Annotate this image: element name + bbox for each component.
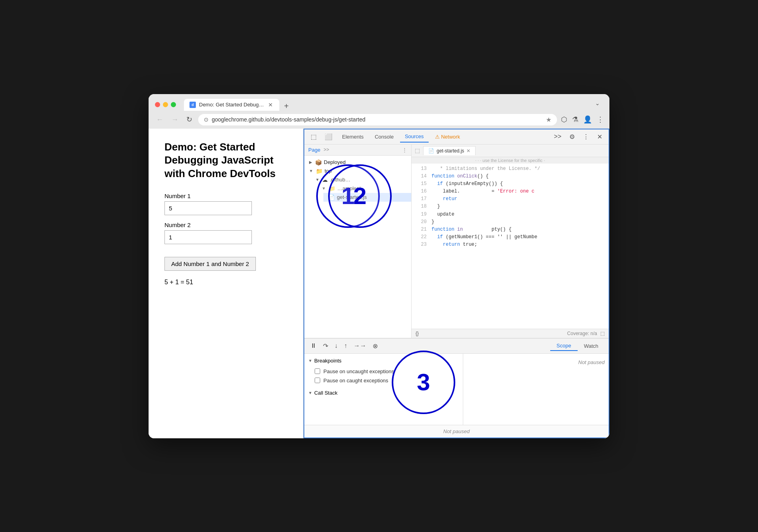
menu-icon[interactable]: ⋮ [597, 115, 604, 124]
page-title: Demo: Get Started Debugging JavaScript w… [164, 141, 287, 181]
number2-label: Number 2 [164, 222, 287, 228]
code-line-16: 16 label. = 'Error: one c [412, 188, 609, 195]
browser-tab-active[interactable]: d Demo: Get Started Debuggin… ✕ [184, 99, 279, 111]
settings-button[interactable]: ⚙ [566, 131, 578, 142]
result-text: 5 + 1 = 51 [164, 279, 287, 286]
step-button[interactable]: →→ [352, 341, 368, 350]
code-line-18: 18 } [412, 203, 609, 210]
file-tree-body: ▶ 📦 Deployed ▼ 📁 top ▼ ☁ [304, 156, 411, 204]
tree-item-deployed[interactable]: ▶ 📦 Deployed [304, 158, 411, 167]
number2-input[interactable] [164, 230, 252, 244]
minimize-traffic-light[interactable] [163, 102, 168, 107]
tab-favicon: d [190, 102, 196, 108]
deactivate-breakpoints-button[interactable]: ⊗ [371, 341, 380, 351]
code-file-tab[interactable]: 📄 get-started.js ✕ [423, 146, 476, 155]
tab-close-button[interactable]: ✕ [267, 102, 274, 108]
labs-icon[interactable]: ⚗ [572, 115, 578, 124]
code-footer: {} Coverage: n/a ⬚ [412, 329, 609, 338]
maximize-traffic-light[interactable] [171, 102, 176, 107]
step-over-button[interactable]: ↷ [321, 341, 330, 351]
coverage-sidebar-icon[interactable]: ⬚ [600, 331, 605, 336]
tree-icon-deployed: 📦 [315, 159, 322, 166]
tree-item-samples[interactable]: ▼ 📁 …amples/ [317, 184, 411, 193]
code-file-tab-close[interactable]: ✕ [466, 148, 470, 154]
extensions-icon[interactable]: ⬡ [561, 115, 567, 124]
browser-window: d Demo: Get Started Debuggin… ✕ + ⌄ ← → … [149, 94, 609, 438]
tab-console[interactable]: Console [370, 131, 398, 142]
address-input[interactable]: ⊙ googlechrome.github.io/devtools-sample… [198, 114, 557, 125]
tree-item-getstarted[interactable]: 📄 get-started.js [323, 193, 411, 202]
title-bar: d Demo: Get Started Debuggin… ✕ + ⌄ [149, 94, 609, 111]
code-ellipsis-top: · · · use the License for the specific · [412, 157, 609, 164]
pause-uncaught-item: Pause on uncaught exceptions [308, 367, 459, 376]
code-line-19: 19 update [412, 211, 609, 218]
step-into-button[interactable]: ↓ [333, 341, 340, 350]
tree-arrow-top: ▼ [309, 169, 313, 173]
debugger-panel: 3 ⏸ ↷ ↓ ↑ →→ ⊗ Scope Watch [304, 338, 609, 438]
step-out-button[interactable]: ↑ [342, 341, 349, 350]
profile-icon[interactable]: 👤 [583, 115, 592, 124]
file-tree-menu[interactable]: ⋮ [402, 147, 407, 153]
call-stack-title[interactable]: ▼ Call Stack [308, 390, 459, 396]
inspector-toggle-button[interactable]: ⬚ [307, 131, 320, 142]
pause-caught-checkbox[interactable] [315, 378, 320, 383]
pause-resume-button[interactable]: ⏸ [308, 341, 319, 350]
tab-network[interactable]: ⚠ Network [430, 131, 465, 142]
pause-caught-item: Pause on caught exceptions [308, 376, 459, 385]
code-line-13: 13 * limitations under the License. */ [412, 165, 609, 173]
devtools-panel: ⬚ ⬜ Elements Console Sources ⚠ Network >… [304, 129, 609, 438]
format-icon[interactable]: {} [416, 331, 419, 336]
call-stack-arrow: ▼ [308, 391, 312, 395]
watch-tab[interactable]: Watch [578, 341, 605, 351]
tree-item-top[interactable]: ▼ 📁 top [304, 167, 411, 175]
web-page-panel: Demo: Get Started Debugging JavaScript w… [149, 129, 304, 438]
tab-elements[interactable]: Elements [337, 131, 368, 142]
breakpoints-arrow: ▼ [308, 359, 312, 363]
page-tab[interactable]: Page [308, 147, 320, 153]
breakpoints-label: Breakpoints [314, 358, 342, 364]
more-tabs-button[interactable]: >> [551, 131, 565, 142]
pause-uncaught-checkbox[interactable] [315, 368, 320, 374]
number1-input[interactable] [164, 201, 252, 215]
devtools-toolbar: ⬚ ⬜ Elements Console Sources ⚠ Network >… [304, 129, 609, 145]
code-line-15: 15 if (inputsAreEmpty()) { [412, 180, 609, 188]
tab-title: Demo: Get Started Debuggin… [199, 102, 264, 108]
tree-label-samples: …amples/ [337, 185, 361, 191]
tree-arrow-samples: ▼ [322, 186, 326, 191]
pause-uncaught-label: Pause on uncaught exceptions [323, 368, 394, 374]
new-tab-button[interactable]: + [281, 102, 292, 111]
code-line-22: 22 if (getNumber1() === '' || getNumbe [412, 233, 609, 241]
tree-icon-top: 📁 [316, 168, 323, 174]
back-button[interactable]: ← [154, 115, 165, 125]
url-text: googlechrome.github.io/devtools-samples/… [212, 116, 543, 123]
file-tree: Page >> ⋮ ▶ 📦 Deployed ▼ [304, 145, 412, 338]
address-bar: ← → ↻ ⊙ googlechrome.github.io/devtools-… [149, 111, 609, 129]
not-paused-text: Not paused [467, 358, 605, 365]
tab-sources[interactable]: Sources [400, 131, 429, 143]
file-tree-more[interactable]: >> [323, 147, 329, 152]
devtools-toolbar-right: >> ⚙ ⋮ ✕ [551, 131, 605, 142]
code-line-20: 20 } [412, 218, 609, 226]
tree-label-github: .github… [330, 177, 350, 183]
forward-button[interactable]: → [169, 115, 180, 125]
refresh-button[interactable]: ↻ [184, 114, 194, 125]
code-file-tab-name: get-started.js [437, 148, 464, 154]
sources-panel: 1 Page >> ⋮ ▶ 📦 Deployed [304, 145, 609, 338]
coverage-text: Coverage: n/a [567, 331, 597, 336]
pause-caught-label: Pause on caught exceptions [323, 378, 388, 384]
breakpoints-title[interactable]: ▼ Breakpoints [308, 358, 459, 364]
security-icon: ⊙ [204, 116, 209, 123]
tree-label-deployed: Deployed [324, 159, 346, 165]
tree-item-github[interactable]: ▼ ☁ .github… [311, 175, 411, 184]
close-traffic-light[interactable] [155, 102, 160, 107]
tree-icon-samples: 📁 [329, 185, 335, 192]
scope-tab[interactable]: Scope [550, 341, 578, 351]
bookmark-icon[interactable]: ★ [546, 116, 551, 123]
devtools-menu-button[interactable]: ⋮ [580, 131, 592, 142]
tab-chevron-icon[interactable]: ⌄ [592, 100, 603, 110]
number2-form-group: Number 2 [164, 222, 287, 244]
add-numbers-button[interactable]: Add Number 1 and Number 2 [164, 257, 256, 271]
devtools-close-button[interactable]: ✕ [594, 131, 605, 142]
debugger-toolbar: ⏸ ↷ ↓ ↑ →→ ⊗ Scope Watch [304, 339, 609, 354]
device-mode-button[interactable]: ⬜ [321, 131, 336, 142]
